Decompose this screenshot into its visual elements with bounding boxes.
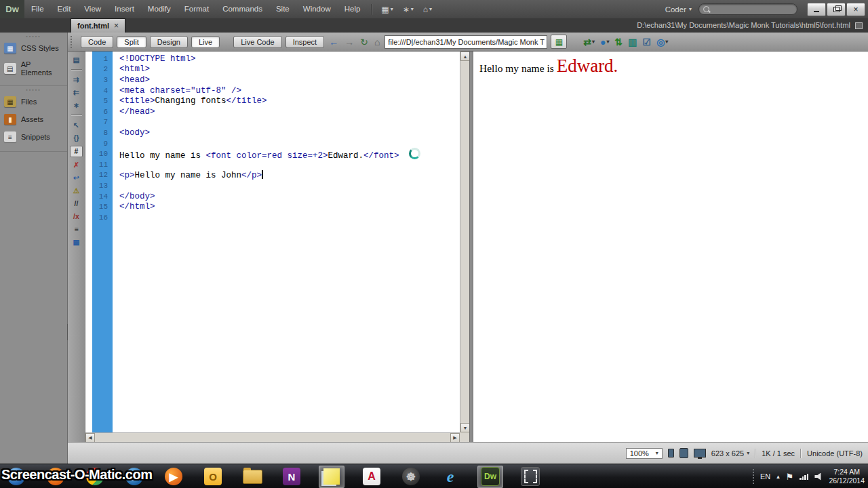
menu-format[interactable]: Format: [178, 0, 216, 18]
menu-help[interactable]: Help: [338, 0, 368, 18]
zoom-select[interactable]: 100% ▾: [626, 448, 663, 459]
internet-explorer-icon[interactable]: e: [438, 466, 462, 487]
panel-tab-assets[interactable]: ▮Assets: [0, 110, 67, 128]
recent-snippets-icon[interactable]: ≡: [71, 224, 82, 235]
restore-button[interactable]: [827, 3, 846, 16]
panel-dock: ▪▪▪▪▪▦CSS Styles▤AP Elements▪▪▪▪▪▦Files▮…: [0, 33, 68, 464]
collapse-selection-icon[interactable]: ⇇: [71, 87, 82, 98]
snipping-tool-icon[interactable]: [518, 466, 542, 487]
clock[interactable]: 7:24 AM 26/12/2014: [829, 468, 865, 485]
panel-tab-css-styles[interactable]: ▦CSS Styles: [0, 39, 67, 57]
w3c-validate-icon[interactable]: ☑: [640, 37, 654, 47]
inspect-button[interactable]: Inspect: [285, 36, 324, 48]
restore-doc-icon[interactable]: [855, 22, 863, 29]
scroll-left-icon[interactable]: ◀: [85, 433, 95, 442]
code-line: 4<meta charset="utf-8" />: [92, 85, 420, 96]
panel-group-handle[interactable]: ▪▪▪▪▪: [0, 34, 67, 39]
site-setup-icon[interactable]: ⌂▾: [418, 5, 437, 14]
minimize-button[interactable]: [807, 3, 826, 16]
wrap-lines-icon[interactable]: ↩: [71, 173, 82, 183]
code-editor[interactable]: 1<!DOCTYPE html>2<html>3<head>4<meta cha…: [85, 52, 469, 442]
panel-tab-ap-elements[interactable]: ▤AP Elements: [0, 57, 67, 80]
gear-icon[interactable]: ☸: [399, 466, 423, 487]
menu-commands[interactable]: Commands: [216, 0, 269, 18]
menu-modify[interactable]: Modify: [141, 0, 178, 18]
open-documents-icon[interactable]: ▤: [71, 55, 82, 65]
scroll-up-icon[interactable]: ▲: [460, 52, 469, 61]
expand-all-icon[interactable]: ∗: [71, 100, 82, 110]
remove-comment-icon[interactable]: /x: [71, 211, 82, 222]
horizontal-scrollbar[interactable]: ◀ ▶: [85, 432, 460, 442]
visual-aids-icon[interactable]: ◎▾: [654, 37, 671, 47]
highlight-invalid-code-icon[interactable]: ✗: [71, 160, 82, 170]
adobe-reader-icon[interactable]: A: [359, 466, 384, 487]
refresh-icon[interactable]: ↻: [359, 37, 370, 47]
collapse-full-tag-icon[interactable]: ⇉: [71, 75, 82, 85]
design-view-button[interactable]: Design: [150, 36, 188, 48]
line-number: 7: [92, 118, 113, 126]
multiscreen-preview-button[interactable]: ▦: [551, 35, 567, 49]
move-css-icon[interactable]: ▦: [71, 237, 82, 247]
syntax-error-alerts-icon[interactable]: ⚠: [71, 186, 82, 196]
search-input[interactable]: [698, 3, 797, 15]
close-button[interactable]: ×: [846, 3, 865, 16]
apply-comment-icon[interactable]: //: [71, 199, 82, 209]
menu-window[interactable]: Window: [296, 0, 338, 18]
select-parent-tag-icon[interactable]: ↖: [71, 120, 82, 130]
scroll-down-icon[interactable]: ▼: [460, 423, 469, 432]
tab-close-icon[interactable]: ×: [114, 21, 119, 30]
explorer-icon[interactable]: [240, 466, 264, 487]
preview-in-browser-icon[interactable]: ●▾: [597, 37, 612, 47]
scroll-right-icon[interactable]: ▶: [450, 433, 460, 442]
balance-braces-icon[interactable]: {}: [71, 133, 82, 143]
check-in-out-icon[interactable]: ▥: [625, 37, 639, 47]
split-view-button[interactable]: Split: [117, 36, 146, 48]
action-center-icon[interactable]: ⚑: [786, 472, 794, 482]
extend-icon[interactable]: ∗▾: [398, 5, 418, 14]
live-code-button[interactable]: Live Code: [233, 36, 282, 48]
preview-in-browser-icon: ●: [600, 37, 606, 47]
desktop-size-icon[interactable]: [694, 449, 706, 458]
panel-tab-snippets[interactable]: ≡Snippets: [0, 128, 67, 146]
forward-icon[interactable]: →: [343, 37, 355, 47]
menu-file[interactable]: File: [24, 0, 51, 18]
tablet-size-icon[interactable]: [679, 448, 688, 458]
address-bar[interactable]: file:///D|/echan31/My Documents/Magic Mo…: [384, 35, 547, 49]
code-line: 1<!DOCTYPE html>: [92, 54, 420, 64]
tab-font-html[interactable]: font.html ×: [71, 18, 125, 33]
dreamweaver-icon[interactable]: Dw: [477, 466, 503, 488]
file-management-icon[interactable]: ⇄▾: [580, 37, 597, 47]
menu-site[interactable]: Site: [269, 0, 296, 18]
menu-insert[interactable]: Insert: [108, 0, 141, 18]
panel-group-handle[interactable]: ▪▪▪▪▪: [0, 87, 67, 93]
show-hidden-icons[interactable]: ▴: [776, 473, 780, 480]
volume-icon[interactable]: [814, 473, 823, 481]
home-icon[interactable]: ⌂: [373, 37, 381, 47]
window-size-select[interactable]: 623 x 625 ▾: [711, 449, 749, 458]
code-tag: </html>: [119, 202, 155, 211]
phone-size-icon[interactable]: [668, 449, 674, 458]
line-numbers-icon[interactable]: #: [70, 146, 83, 157]
layout-icon[interactable]: ▦▾: [376, 5, 397, 14]
panel-tab-label: Snippets: [21, 133, 50, 141]
back-icon[interactable]: ←: [328, 37, 340, 47]
divider: [371, 4, 372, 15]
code-view-button[interactable]: Code: [81, 36, 113, 48]
network-icon[interactable]: [800, 474, 808, 480]
vertical-scrollbar[interactable]: ▲ ▼: [460, 52, 469, 432]
sticky-notes-icon[interactable]: [319, 466, 344, 488]
workspace-switcher[interactable]: Coder ▾: [658, 5, 698, 14]
live-view-button[interactable]: Live: [191, 36, 220, 48]
screencast-icon[interactable]: ▶: [161, 466, 186, 487]
get-put-files-icon[interactable]: ⇅: [612, 37, 626, 47]
panel-tab-files[interactable]: ▦Files: [0, 93, 67, 110]
outlook-icon[interactable]: O: [201, 466, 225, 487]
onenote-icon[interactable]: N: [279, 466, 304, 487]
menu-view[interactable]: View: [77, 0, 108, 18]
design-view[interactable]: Hello my name is Edward.: [473, 52, 868, 442]
language-indicator[interactable]: EN: [760, 472, 770, 481]
restore-icon: [833, 7, 840, 12]
menu-edit[interactable]: Edit: [51, 0, 78, 18]
onenote-icon: N: [283, 468, 300, 485]
assets-icon: ▮: [4, 114, 16, 125]
